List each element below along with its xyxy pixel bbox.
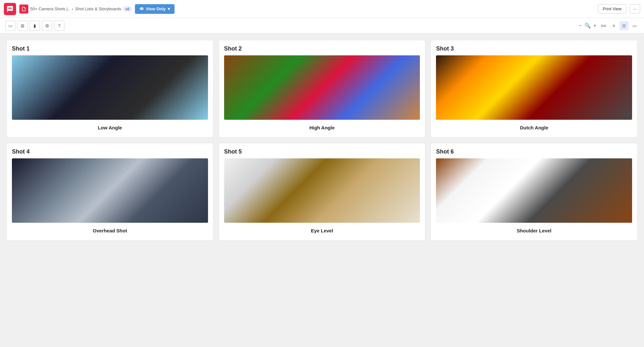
shot-3-image	[436, 55, 632, 120]
shot-6-image	[436, 158, 632, 223]
shot-1-image	[12, 55, 208, 120]
toolbar2: ▭ ⊞ ▮ ⚙ ? − 🔍 + ≡≡ ≡ ⊞ ▭	[0, 18, 644, 33]
shot-6-label: Shoulder Level	[436, 226, 632, 235]
grid-icon[interactable]: ⊞	[17, 21, 28, 31]
doc-icon	[19, 5, 28, 14]
shot-card-3: Shot 3Dutch Angle	[431, 40, 638, 138]
shot-1-title: Shot 1	[12, 45, 208, 52]
eye-icon: 👁	[139, 6, 144, 12]
top-bar: 50+ Camera Shots |.. › Shot Lists & Stor…	[0, 0, 644, 18]
project-name: 50+ Camera Shots |..	[30, 6, 70, 11]
shot-2-title: Shot 2	[224, 45, 420, 52]
breadcrumb-sep: ›	[72, 6, 73, 11]
shot-4-title: Shot 4	[12, 148, 208, 155]
shot-3-title: Shot 3	[436, 45, 632, 52]
list-view-icon[interactable]: ≡≡	[599, 21, 608, 30]
view-only-button[interactable]: 👁 View Only ▾	[135, 4, 175, 14]
panel-icon[interactable]: ▮	[30, 21, 40, 31]
shot-2-image	[224, 55, 420, 120]
wide-view-icon[interactable]: ▭	[630, 21, 639, 30]
shot-5-label: Eye Level	[224, 226, 420, 235]
view-only-label: View Only	[146, 6, 166, 11]
shot-card-4: Shot 4Overhead Shot	[6, 143, 213, 241]
shot-5-title: Shot 5	[224, 148, 420, 155]
chevron-down-icon: ▾	[168, 6, 170, 11]
breadcrumb: 50+ Camera Shots |.. › Shot Lists & Stor…	[19, 5, 132, 14]
shot-4-image	[12, 158, 208, 223]
zoom-in-button[interactable]: +	[593, 23, 596, 29]
shots-grid: Shot 1Low AngleShot 2High AngleShot 3Dut…	[6, 40, 638, 241]
settings-icon[interactable]: ⚙	[42, 21, 52, 31]
main-content: Shot 1Low AngleShot 2High AngleShot 3Dut…	[0, 33, 644, 347]
zoom-out-button[interactable]: −	[579, 23, 582, 29]
shot-card-6: Shot 6Shoulder Level	[431, 143, 638, 241]
frame-icon[interactable]: ▭	[5, 21, 15, 31]
view-mode-icons: ≡≡ ≡ ⊞ ▭	[599, 21, 639, 30]
row-view-icon[interactable]: ≡	[609, 21, 618, 30]
shot-card-1: Shot 1Low Angle	[6, 40, 213, 138]
app-icon	[4, 3, 16, 15]
zoom-icon: 🔍	[584, 23, 591, 29]
section-name: Shot Lists & Storyboards	[75, 6, 121, 11]
shot-card-2: Shot 2High Angle	[219, 40, 426, 138]
shot-6-title: Shot 6	[436, 148, 632, 155]
zoom-controls: − 🔍 +	[579, 23, 596, 29]
shot-5-image	[224, 158, 420, 223]
shot-1-label: Low Angle	[12, 123, 208, 132]
shot-2-label: High Angle	[224, 123, 420, 132]
shot-4-label: Overhead Shot	[12, 226, 208, 235]
version-badge: v0	[123, 6, 131, 12]
shot-card-5: Shot 5Eye Level	[219, 143, 426, 241]
shot-3-label: Dutch Angle	[436, 123, 632, 132]
print-view-button[interactable]: Print View	[598, 4, 626, 14]
more-options-button[interactable]: ···	[630, 4, 640, 14]
help-icon[interactable]: ?	[54, 21, 64, 31]
grid-view-icon[interactable]: ⊞	[620, 21, 629, 30]
